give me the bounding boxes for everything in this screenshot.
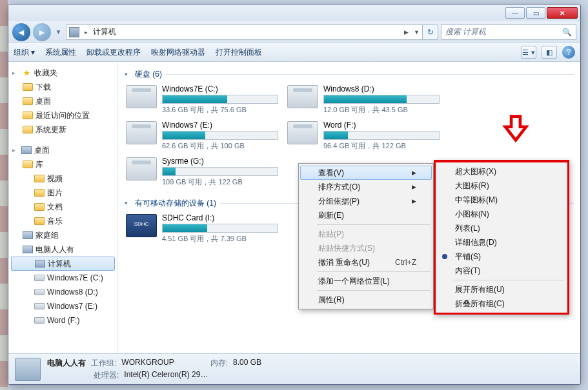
tree-item[interactable]: 音乐	[8, 214, 117, 228]
menu-item[interactable]: 内容(T)	[437, 264, 566, 278]
tree-item[interactable]: 下载	[8, 80, 117, 94]
collapse-icon: ▾	[125, 71, 131, 77]
path-sep-icon[interactable]: ▸	[82, 29, 90, 35]
tree-label: Windows8 (D:)	[47, 288, 98, 297]
path-root[interactable]: 计算机	[93, 26, 399, 37]
menu-item[interactable]: 查看(V)▶	[300, 166, 432, 180]
menu-separator	[454, 280, 565, 280]
folder-icon	[23, 112, 33, 119]
menu-label: 小图标(N)	[455, 209, 489, 220]
menu-item[interactable]: 大图标(R)	[437, 179, 566, 193]
command-bar: 组织 ▾ 系统属性 卸载或更改程序 映射网络驱动器 打开控制面板 ☰ ▾ ◧ ?	[8, 43, 580, 62]
menu-item[interactable]: 小图标(N)	[437, 207, 566, 221]
tree-label: 桌面	[34, 145, 50, 156]
menu-item[interactable]: 展开所有组(U)	[437, 282, 566, 297]
organize-button[interactable]: 组织 ▾	[14, 47, 35, 58]
menu-label: 详细信息(D)	[455, 237, 497, 248]
tree-item[interactable]: ▸★收藏夹	[8, 66, 117, 80]
drive-item[interactable]: Windows7 (E:)62.6 GB 可用，共 100 GB	[125, 117, 286, 153]
tree-item[interactable]: 家庭组	[8, 228, 117, 242]
menu-label: 折叠所有组(C)	[455, 298, 505, 309]
desktop-icon	[21, 146, 32, 154]
section-title: 硬盘 (6)	[135, 69, 162, 80]
tree-label: 图片	[47, 188, 63, 199]
drive-item[interactable]: Windows8 (D:)12.0 GB 可用，共 43.5 GB	[286, 81, 447, 117]
workgroup-value: WORKGROUP	[121, 358, 174, 369]
library-icon	[34, 203, 45, 211]
computer-icon	[69, 27, 79, 37]
tree-item[interactable]: Windows7 (E:)	[8, 299, 117, 313]
tree-item[interactable]: 桌面	[8, 94, 117, 108]
menu-label: 撤消 重命名(U)	[318, 257, 370, 268]
tree-item[interactable]: 文档	[8, 200, 117, 214]
refresh-button[interactable]: ↻	[423, 24, 438, 40]
library-icon	[23, 161, 33, 168]
tree-item[interactable]: 系统更新	[8, 122, 117, 137]
system-properties-button[interactable]: 系统属性	[45, 47, 76, 58]
menu-item[interactable]: 属性(R)	[300, 293, 432, 307]
uninstall-button[interactable]: 卸载或更改程序	[86, 47, 141, 58]
titlebar: ― ▭ ✕	[8, 5, 580, 21]
back-button[interactable]: ◄	[12, 23, 30, 41]
tree-item[interactable]: Word (F:)	[8, 313, 117, 327]
menu-item[interactable]: 平铺(S)	[437, 249, 566, 264]
drive-item[interactable]: Word (F:)96.4 GB 可用，共 122 GB	[286, 117, 447, 153]
menu-item[interactable]: 排序方式(O)▶	[300, 180, 432, 194]
tree-item[interactable]: Windows8 (D:)	[8, 285, 117, 299]
drive-usage: 12.0 GB 可用，共 43.5 GB	[323, 105, 446, 115]
menu-item[interactable]: 列表(L)	[437, 221, 566, 235]
minimize-button[interactable]: ―	[505, 7, 525, 19]
cpu-value: Intel(R) Celeron(R) 29…	[124, 370, 208, 381]
address-bar[interactable]: ▸ 计算机 ▶ ▼	[66, 24, 423, 40]
map-network-button[interactable]: 映射网络驱动器	[151, 47, 205, 58]
menu-item[interactable]: 分组依据(P)▶	[300, 194, 432, 208]
drive-item[interactable]: Sysrme (G:)109 GB 可用，共 122 GB	[125, 153, 286, 190]
close-button[interactable]: ✕	[547, 7, 578, 19]
menu-label: 添加一个网络位置(L)	[318, 276, 390, 287]
menu-item[interactable]: 超大图标(X)	[437, 164, 566, 179]
tree-item[interactable]: ▸桌面	[8, 143, 117, 157]
tree-item[interactable]: 电脑人人有	[8, 242, 117, 257]
menu-item[interactable]: 撤消 重命名(U)Ctrl+Z	[300, 255, 432, 269]
menu-label: 平铺(S)	[455, 251, 481, 262]
preview-pane-button[interactable]: ◧	[542, 46, 557, 59]
tree-item[interactable]: Windows7E (C:)	[8, 271, 117, 285]
search-icon: 🔍	[562, 28, 572, 37]
tree-label: 最近访问的位置	[35, 110, 90, 121]
menu-label: 大图标(R)	[455, 180, 489, 191]
tree-item[interactable]: 计算机	[11, 257, 115, 271]
menu-item[interactable]: 添加一个网络位置(L)	[300, 274, 432, 288]
maximize-button[interactable]: ▭	[526, 7, 545, 19]
menu-item[interactable]: 中等图标(M)	[437, 193, 566, 207]
drive-icon	[34, 317, 45, 324]
menu-item[interactable]: 刷新(E)	[300, 208, 432, 222]
tree-item[interactable]: 图片	[8, 186, 117, 200]
view-mode-button[interactable]: ☰ ▾	[521, 46, 536, 59]
usage-bar	[162, 131, 278, 140]
tree-item[interactable]: 最近访问的位置	[8, 108, 117, 122]
menu-label: 粘贴快捷方式(S)	[318, 243, 375, 254]
drive-usage: 62.6 GB 可用，共 100 GB	[162, 141, 285, 151]
tree-label: 系统更新	[35, 124, 66, 135]
drive-item[interactable]: Windows7E (C:)33.6 GB 可用，共 75.6 GB	[125, 81, 286, 117]
library-icon	[34, 217, 45, 225]
path-sep-icon[interactable]: ▶	[401, 29, 411, 35]
menu-separator	[317, 224, 431, 225]
address-dropdown[interactable]: ▼	[414, 29, 420, 35]
collapse-icon: ▾	[125, 200, 131, 206]
forward-button[interactable]: ►	[33, 23, 51, 41]
control-panel-button[interactable]: 打开控制面板	[216, 47, 262, 58]
help-icon[interactable]: ?	[562, 46, 575, 59]
history-dropdown[interactable]: ▼	[54, 23, 63, 41]
menu-item[interactable]: 折叠所有组(C)	[437, 297, 566, 311]
tree-item[interactable]: 库	[8, 157, 117, 171]
tree-item[interactable]: 视频	[8, 171, 117, 186]
menu-item[interactable]: 详细信息(D)	[437, 235, 566, 249]
section-header-hd[interactable]: ▾ 硬盘 (6)	[125, 67, 574, 81]
background-strip	[0, 0, 8, 390]
drive-name: Sysrme (G:)	[162, 157, 285, 166]
view-submenu: 超大图标(X)大图标(R)中等图标(M)小图标(N)列表(L)详细信息(D)平铺…	[434, 160, 569, 315]
menu-label: 刷新(E)	[318, 210, 344, 221]
search-input[interactable]: 搜索 计算机 🔍	[441, 24, 576, 40]
drive-item[interactable]: SDHC Card (I:)4.51 GB 可用，共 7.39 GB	[125, 210, 286, 246]
